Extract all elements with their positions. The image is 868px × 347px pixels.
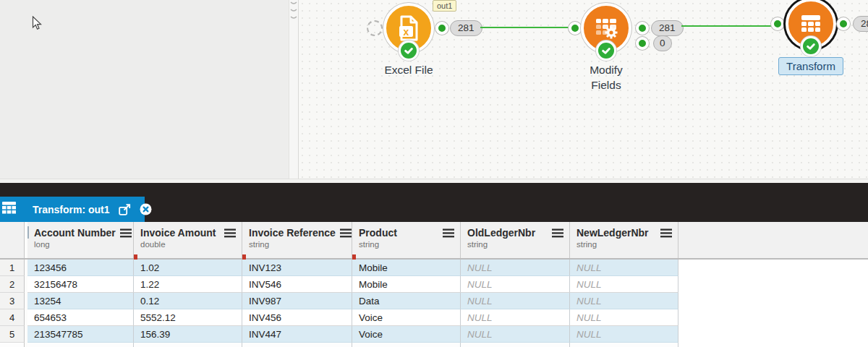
column-name: Invoice Reference bbox=[249, 227, 336, 239]
column-menu-icon[interactable] bbox=[660, 228, 672, 238]
cell[interactable]: Data bbox=[352, 293, 461, 309]
excel-file-status-check-icon bbox=[399, 40, 419, 61]
cell[interactable]: NULL bbox=[570, 326, 678, 343]
column-menu-icon[interactable] bbox=[552, 228, 563, 238]
mouse-cursor bbox=[32, 16, 43, 35]
column-header-oldledgernbr[interactable]: OldLedgerNbrstring bbox=[461, 222, 570, 258]
cell[interactable]: NULL bbox=[461, 309, 570, 326]
column-menu-icon[interactable] bbox=[120, 228, 132, 238]
cell[interactable]: NULL bbox=[461, 326, 570, 343]
svg-text:x: x bbox=[404, 26, 409, 38]
transform-node-label[interactable]: Transform bbox=[778, 57, 843, 75]
excel-file-node-label[interactable]: Excel File bbox=[365, 62, 452, 77]
excel-file-input-port[interactable] bbox=[367, 20, 383, 36]
row-number[interactable]: 5 bbox=[0, 326, 25, 343]
column-header-product[interactable]: Productstring bbox=[352, 222, 461, 258]
column-header-newledgernbr[interactable]: NewLedgerNbrstring bbox=[570, 222, 678, 258]
excel-file-icon: x bbox=[394, 14, 423, 43]
gear-icon bbox=[605, 27, 618, 39]
row-number-header bbox=[0, 222, 25, 258]
column-type: string bbox=[576, 240, 672, 249]
cell[interactable]: NULL bbox=[461, 260, 570, 276]
cell[interactable]: INV123 bbox=[242, 260, 352, 276]
cell[interactable]: INV987 bbox=[242, 293, 352, 309]
column-type: string bbox=[249, 240, 346, 249]
column-name: NewLedgerNbr bbox=[576, 227, 649, 239]
column-header-account-number[interactable]: Account Numberlong bbox=[27, 222, 134, 258]
cell[interactable]: INV546 bbox=[242, 276, 352, 293]
transform-output-port[interactable] bbox=[837, 17, 850, 30]
table-row: 11234561.02INV123MobileNULLNULL bbox=[0, 260, 868, 276]
excel-file-row-count-badge[interactable]: 281 bbox=[450, 20, 482, 36]
modified-field-mark bbox=[242, 254, 246, 260]
output-name-tooltip: out1 bbox=[433, 0, 456, 12]
table-header: Account NumberlongInvoice AmountdoubleIn… bbox=[0, 222, 868, 260]
cell[interactable]: 156.39 bbox=[134, 326, 242, 343]
cell[interactable]: 1.22 bbox=[134, 276, 242, 293]
column-menu-icon[interactable] bbox=[340, 228, 352, 238]
cell[interactable]: NULL bbox=[570, 309, 678, 326]
row-number[interactable]: 4 bbox=[0, 309, 25, 326]
column-header-invoice-reference[interactable]: Invoice Referencestring bbox=[242, 222, 352, 258]
cell[interactable]: 213547785 bbox=[27, 326, 134, 343]
cell[interactable]: NULL bbox=[570, 260, 678, 276]
cell[interactable]: 654653 bbox=[27, 309, 134, 326]
column-header-invoice-amount[interactable]: Invoice Amountdouble bbox=[134, 222, 242, 258]
modify-fields-output-port-2[interactable] bbox=[636, 37, 649, 50]
close-icon[interactable] bbox=[140, 203, 152, 215]
cell[interactable]: NULL bbox=[570, 276, 678, 293]
cell[interactable]: 13254 bbox=[27, 293, 134, 309]
panel-splitter[interactable] bbox=[289, 0, 299, 183]
modify-fields-input-port[interactable] bbox=[569, 22, 582, 35]
table-row: 5213547785156.39INV447VoiceNULLNULL bbox=[0, 326, 868, 343]
table-row: 46546535552.12INV456VoiceNULLNULL bbox=[0, 309, 868, 326]
column-name: OldLedgerNbr bbox=[467, 227, 535, 239]
column-menu-icon[interactable] bbox=[443, 228, 454, 238]
cell[interactable]: Voice bbox=[352, 309, 461, 326]
row-filler bbox=[678, 309, 868, 326]
cell[interactable]: Mobile bbox=[352, 260, 461, 276]
row-number[interactable]: 1 bbox=[0, 260, 25, 276]
modify-fields-row-count-badge-2[interactable]: 0 bbox=[653, 35, 672, 51]
cell[interactable]: 5552.12 bbox=[134, 309, 242, 326]
column-name: Invoice Amount bbox=[140, 227, 216, 239]
workspace: out1 x 281 Excel File bbox=[0, 0, 868, 183]
row-number bbox=[0, 343, 25, 347]
excel-file-output-port[interactable] bbox=[435, 22, 448, 35]
results-tab[interactable]: Transform: out1 bbox=[0, 197, 145, 222]
row-number[interactable]: 2 bbox=[0, 276, 25, 293]
transform-input-port[interactable] bbox=[771, 17, 784, 30]
table-icon bbox=[2, 202, 16, 217]
left-panel bbox=[0, 0, 289, 183]
table-row: 3132540.12INV987DataNULLNULL bbox=[0, 293, 868, 309]
workflow-canvas[interactable]: out1 x 281 Excel File bbox=[299, 0, 868, 183]
open-in-window-icon[interactable] bbox=[119, 204, 131, 215]
cell[interactable]: INV447 bbox=[242, 326, 352, 343]
column-header-top: Product bbox=[359, 227, 454, 239]
transform-row-count-badge[interactable]: 281 bbox=[853, 16, 868, 32]
cell[interactable]: 1.02 bbox=[134, 260, 242, 276]
cell[interactable]: NULL bbox=[461, 293, 570, 309]
column-menu-icon[interactable] bbox=[224, 228, 236, 238]
column-type: double bbox=[140, 240, 236, 249]
modify-fields-row-count-badge[interactable]: 281 bbox=[651, 20, 684, 36]
cell[interactable]: Mobile bbox=[352, 276, 461, 293]
cell[interactable]: 0.12 bbox=[134, 293, 242, 309]
row-number[interactable]: 3 bbox=[0, 293, 25, 309]
cell bbox=[242, 343, 352, 347]
cell[interactable]: NULL bbox=[570, 293, 678, 309]
cell[interactable]: Voice bbox=[352, 326, 461, 343]
column-name: Account Number bbox=[34, 227, 116, 239]
modify-fields-output-port-1[interactable] bbox=[636, 22, 649, 35]
header-filler bbox=[678, 222, 868, 258]
connection-line bbox=[681, 25, 771, 27]
cell[interactable]: 32156478 bbox=[27, 276, 134, 293]
results-table: Account NumberlongInvoice AmountdoubleIn… bbox=[0, 222, 868, 347]
modify-fields-node-label[interactable]: Modify Fields bbox=[577, 62, 635, 93]
column-type: string bbox=[467, 240, 563, 249]
row-filler bbox=[678, 276, 868, 293]
cell[interactable]: NULL bbox=[461, 276, 570, 293]
table-body: 11234561.02INV123MobileNULLNULL232156478… bbox=[0, 260, 868, 347]
cell[interactable]: 123456 bbox=[27, 260, 134, 276]
cell[interactable]: INV456 bbox=[242, 309, 352, 326]
